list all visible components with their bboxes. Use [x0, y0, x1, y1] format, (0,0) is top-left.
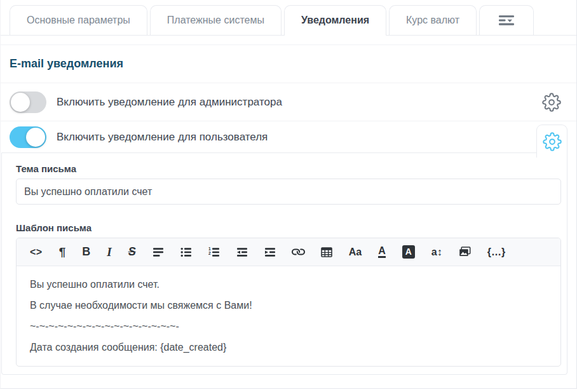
outdent-icon	[236, 247, 248, 258]
subject-label: Тема письма	[16, 163, 567, 174]
page-title: E-mail уведомления	[10, 57, 123, 71]
link-icon	[292, 246, 304, 258]
editor-content[interactable]: Вы успешно оплатили счет.В случае необхо…	[17, 266, 560, 367]
text-color-icon: A	[378, 246, 386, 259]
align-button[interactable]	[153, 245, 164, 259]
user-notification-toggle[interactable]	[10, 126, 46, 148]
template-label: Шаблон письма	[16, 222, 567, 233]
email-notifications-heading-row: E-mail уведомления	[1, 44, 576, 83]
admin-notification-row: Включить уведомление для администратора	[1, 83, 576, 121]
text-color-button[interactable]: A	[378, 245, 386, 259]
gear-icon	[543, 132, 562, 151]
tab-notifications[interactable]: Уведомления	[284, 5, 386, 36]
paragraph-button[interactable]: ¶	[59, 245, 66, 259]
line-height-button[interactable]: a↕	[431, 245, 442, 259]
table-icon	[321, 247, 332, 258]
code-button[interactable]: <>	[30, 245, 43, 259]
code-icon: <>	[30, 247, 43, 258]
settings-card: Основные параметрыПлатежные системыУведо…	[0, 0, 577, 389]
user-notification-row: Включить уведомление для пользователя	[1, 121, 576, 152]
admin-notification-label: Включить уведомление для администратора	[57, 96, 282, 109]
tab-bar: Основные параметрыПлатежные системыУведо…	[1, 0, 576, 36]
ordered-list-icon: 12	[208, 247, 220, 258]
strikethrough-button[interactable]: S	[128, 245, 136, 259]
tab-payment-systems[interactable]: Платежные системы	[150, 5, 282, 35]
image-button[interactable]	[459, 245, 471, 259]
tabs-menu-icon	[498, 15, 515, 26]
unordered-list-button[interactable]	[180, 245, 192, 259]
admin-settings-gear-button[interactable]	[541, 92, 562, 112]
toggle-knob	[11, 93, 30, 112]
gear-icon	[542, 93, 561, 112]
editor-paragraph: Дата создания сообщения: {date_created}	[30, 342, 547, 353]
link-button[interactable]	[292, 245, 304, 259]
bold-icon: B	[82, 245, 90, 259]
editor-paragraph: Вы успешно оплатили счет.	[30, 279, 547, 290]
unordered-list-icon	[180, 247, 192, 258]
user-settings-gear-button[interactable]	[542, 132, 562, 152]
indent-button[interactable]	[264, 245, 276, 259]
toggle-knob	[26, 128, 45, 147]
image-icon	[459, 246, 471, 258]
tab-main-params[interactable]: Основные параметры	[10, 5, 147, 35]
tab-more[interactable]	[479, 5, 534, 35]
line-height-icon: a↕	[431, 247, 442, 258]
editor-paragraph: ~-~-~-~-~-~-~-~-~-~-~-~-~-~-~-~-	[30, 321, 547, 332]
svg-text:2: 2	[208, 250, 211, 255]
editor-toolbar: <>¶BIS12AaAAa↕{…}	[17, 238, 560, 266]
template-editor: <>¶BIS12AaAAa↕{…} Вы успешно оплатили сч…	[16, 238, 561, 367]
tab-content-spacer	[1, 36, 576, 44]
template-variable-icon: {…}	[487, 247, 505, 258]
indent-icon	[264, 247, 276, 258]
strikethrough-icon: S	[128, 245, 136, 259]
table-button[interactable]	[321, 245, 332, 259]
tab-currency-rates[interactable]: Курс валют	[389, 5, 477, 35]
user-notification-panel: Тема письма Шаблон письма <>¶BIS12AaAAa↕…	[1, 152, 567, 375]
bold-button[interactable]: B	[82, 245, 90, 259]
background-color-icon: A	[402, 245, 415, 258]
template-variable-button[interactable]: {…}	[487, 245, 505, 259]
user-settings-gear-tab	[536, 125, 567, 158]
align-icon	[153, 247, 164, 258]
background-color-button[interactable]: A	[402, 245, 415, 259]
paragraph-icon: ¶	[59, 245, 66, 259]
font-family-button[interactable]: Aa	[349, 245, 362, 259]
font-family-icon: Aa	[349, 247, 362, 258]
outdent-button[interactable]	[236, 245, 248, 259]
subject-input[interactable]	[16, 179, 561, 205]
user-notification-label: Включить уведомление для пользователя	[57, 131, 268, 144]
italic-icon: I	[107, 245, 111, 259]
editor-paragraph: В случае необходимости мы свяжемся с Вам…	[30, 300, 547, 311]
admin-notification-toggle[interactable]	[10, 91, 46, 113]
ordered-list-button[interactable]: 12	[208, 245, 220, 259]
italic-button[interactable]: I	[107, 245, 111, 259]
